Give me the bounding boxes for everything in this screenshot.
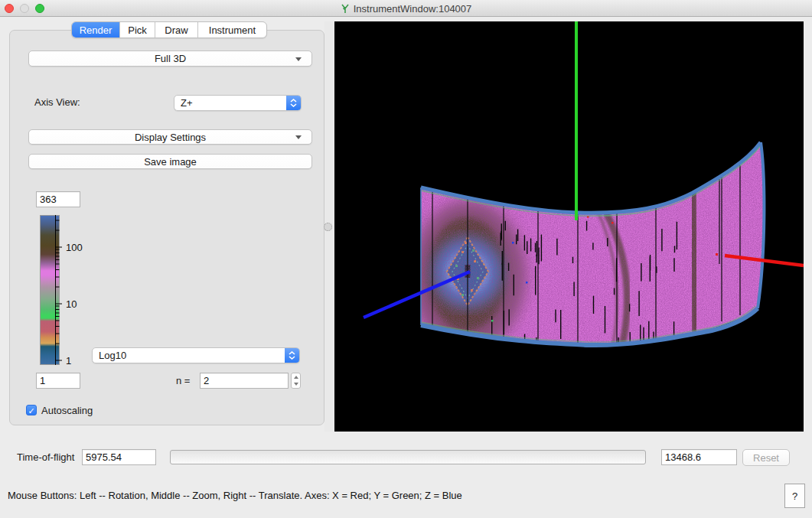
- detector-render: [334, 21, 804, 432]
- display-settings-dropdown[interactable]: Display Settings: [28, 129, 312, 145]
- window-title: InstrumentWindow:104007: [354, 3, 472, 15]
- power-input[interactable]: [200, 373, 289, 389]
- help-button[interactable]: ?: [784, 484, 805, 508]
- mantid-icon: [341, 3, 350, 14]
- tick-label-1: 1: [66, 355, 89, 366]
- tick-label-100: 100: [66, 242, 89, 252]
- scale-type-value: Log10: [99, 350, 126, 361]
- axis-view-value: Z+: [181, 97, 193, 109]
- save-image-label: Save image: [144, 156, 197, 168]
- tab-instrument[interactable]: Instrument: [198, 22, 266, 37]
- tab-draw[interactable]: Draw: [155, 22, 198, 37]
- tab-render[interactable]: Render: [72, 22, 120, 37]
- power-spinner[interactable]: [291, 373, 301, 389]
- save-image-button[interactable]: Save image: [28, 154, 312, 169]
- projection-value: Full 3D: [155, 53, 186, 64]
- instrument-window: InstrumentWindow:104007 Render Pick Draw…: [0, 0, 812, 518]
- tab-pick[interactable]: Pick: [120, 22, 155, 37]
- autoscaling-checkbox[interactable]: ✓: [26, 405, 37, 415]
- status-message: Mouse Buttons: Left -- Rotation, Middle …: [8, 490, 462, 501]
- scale-type-combobox[interactable]: Log10: [92, 347, 300, 363]
- triangle-down-icon: [295, 135, 302, 139]
- instrument-3d-viewport[interactable]: [334, 21, 804, 432]
- scale-max-input[interactable]: [36, 191, 80, 207]
- title-bar[interactable]: InstrumentWindow:104007: [0, 0, 812, 17]
- reset-button[interactable]: Reset: [742, 449, 790, 466]
- tof-label: Time-of-flight: [17, 451, 74, 463]
- triangle-down-icon: [295, 57, 302, 61]
- color-scale-axis: [55, 213, 66, 367]
- check-icon: ✓: [28, 406, 34, 415]
- scale-min-input[interactable]: [36, 373, 80, 389]
- splitter-handle[interactable]: [324, 223, 332, 231]
- axis-view-combobox[interactable]: Z+: [174, 95, 302, 111]
- tof-max-input[interactable]: [661, 449, 737, 465]
- projection-dropdown[interactable]: Full 3D: [28, 50, 312, 67]
- autoscaling-label: Autoscaling: [41, 405, 93, 416]
- spinner-up-icon[interactable]: [292, 373, 300, 381]
- tick-label-10: 10: [66, 298, 89, 309]
- reset-label: Reset: [753, 452, 779, 464]
- display-settings-label: Display Settings: [135, 132, 206, 143]
- help-label: ?: [792, 490, 797, 502]
- chevron-up-down-icon: [286, 96, 301, 110]
- tof-slider[interactable]: [170, 450, 646, 464]
- axis-view-label: Axis View:: [34, 96, 80, 108]
- window-title-area: InstrumentWindow:104007: [0, 0, 812, 17]
- spinner-down-icon[interactable]: [292, 381, 300, 389]
- tof-min-input[interactable]: [82, 449, 156, 465]
- tab-bar: Render Pick Draw Instrument: [71, 21, 267, 38]
- power-label: n =: [176, 375, 190, 386]
- chevron-up-down-icon: [285, 348, 299, 363]
